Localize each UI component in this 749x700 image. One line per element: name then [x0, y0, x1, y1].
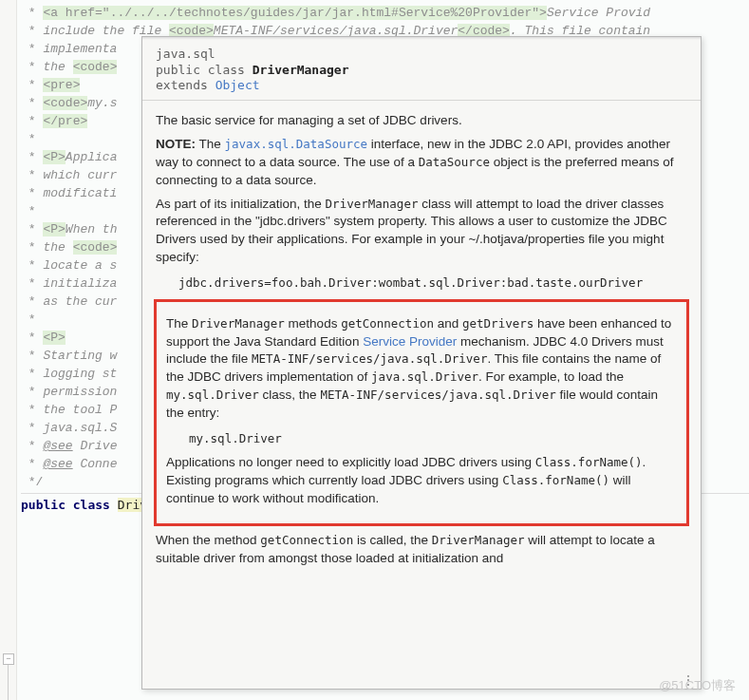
editor-gutter [0, 0, 17, 700]
extends-line: extends Object [156, 78, 687, 92]
javadoc-body[interactable]: The basic service for managing a set of … [142, 101, 701, 682]
code-example: jdbc.drivers=foo.bah.Driver:wombat.sql.D… [178, 274, 687, 292]
class-signature: public class DriverManager [156, 63, 349, 77]
code-line: * <a href="../../../technotes/guides/jar… [21, 4, 749, 22]
watermark: @51CTO博客 [659, 677, 736, 694]
javadoc-header: java.sql public class DriverManager exte… [142, 37, 701, 101]
code-example: my.sql.Driver [189, 430, 677, 447]
see-tag: @see [43, 457, 72, 471]
service-provider-link[interactable]: Service Provider [363, 334, 457, 349]
javadoc-paragraph: The basic service for managing a set of … [156, 112, 687, 130]
javadoc-paragraph: As part of its initialization, the Drive… [156, 196, 687, 268]
javadoc-paragraph: NOTE: The javax.sql.DataSource interface… [156, 136, 687, 190]
highlighted-section: The DriverManager methods getConnection … [154, 299, 689, 527]
javadoc-paragraph: The DriverManager methods getConnection … [166, 315, 677, 423]
javadoc-paragraph: Applications no longer need to explicitl… [166, 454, 677, 508]
javadoc-paragraph: When the method getConnection is called,… [156, 532, 687, 568]
object-link[interactable]: Object [215, 78, 260, 92]
fold-toggle-icon[interactable]: − [3, 653, 14, 665]
package-label: java.sql [156, 47, 687, 61]
fold-line [8, 665, 9, 700]
javadoc-popup[interactable]: java.sql public class DriverManager exte… [141, 36, 702, 690]
datasource-link[interactable]: javax.sql.DataSource [225, 137, 368, 151]
popup-top-edge [142, 37, 701, 40]
see-tag: @see [43, 439, 72, 453]
